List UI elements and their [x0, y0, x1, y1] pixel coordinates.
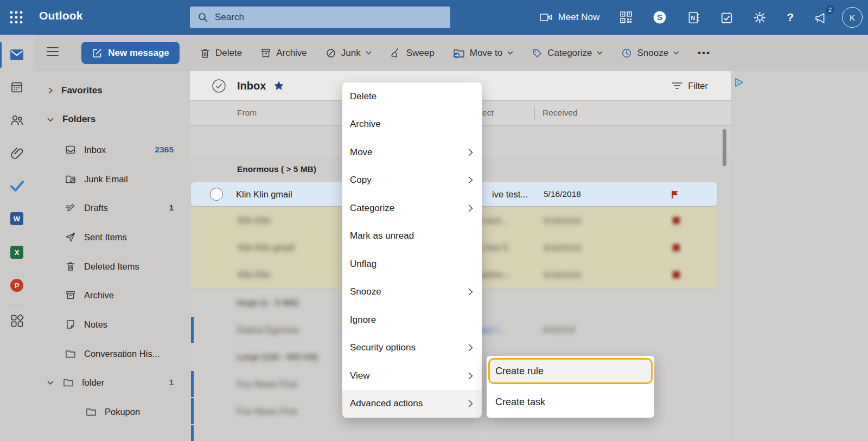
menu-security-options[interactable]: Security options — [342, 334, 482, 362]
submenu-create-rule[interactable]: Create rule — [488, 358, 653, 384]
chevron-right-icon — [468, 400, 473, 407]
rail-people[interactable] — [0, 107, 34, 133]
menu-view[interactable]: View — [342, 362, 482, 390]
toolbar-move-to[interactable]: Move to — [453, 48, 513, 59]
menu-copy[interactable]: Copy — [342, 167, 482, 195]
sidebar-item-pokupon[interactable]: Pokupon — [34, 400, 190, 423]
skype-icon: S — [653, 10, 667, 24]
mail-icon — [10, 49, 24, 61]
drafts-count: 1 — [169, 203, 174, 213]
note-icon — [65, 319, 76, 330]
block-icon — [326, 48, 336, 59]
sidebar-item-deleted[interactable]: Deleted Items — [34, 255, 190, 278]
folders-section[interactable]: Folders — [34, 108, 190, 131]
rail-divider — [9, 305, 25, 305]
menu-move[interactable]: Move — [342, 138, 482, 167]
rail-powerpoint[interactable]: P — [0, 272, 34, 298]
toolbar-archive[interactable]: Archive — [260, 48, 307, 59]
meet-now-button[interactable]: Meet Now — [533, 4, 607, 30]
conversation-history-label: Conversation His... — [84, 349, 159, 359]
row-received-blurred: 5/16/2018 — [544, 216, 581, 226]
rail-mail[interactable] — [0, 42, 34, 68]
toolbar-categorize[interactable]: Categorize — [532, 48, 603, 59]
row-from-blurred: Klin Klin — [238, 215, 271, 226]
create-task-label: Create task — [495, 397, 545, 408]
rail-todo[interactable] — [0, 172, 34, 199]
onenote-icon: N — [687, 11, 700, 24]
chevron-down-icon — [366, 51, 372, 55]
settings-button[interactable] — [747, 4, 773, 30]
rail-word[interactable]: W — [0, 206, 34, 232]
sidebar-item-conversation-history[interactable]: Conversation His... — [34, 342, 190, 365]
sidebar-item-drafts[interactable]: Drafts 1 — [34, 196, 190, 219]
chevron-down-icon — [673, 51, 679, 55]
email-row-partial[interactable] — [190, 425, 731, 441]
sidebar-item-archive[interactable]: Archive — [34, 284, 190, 306]
filter-label: Filter — [688, 81, 708, 91]
row-subject-fragment: ive test... — [492, 189, 528, 200]
onenote-button[interactable]: N — [681, 4, 706, 30]
row-from-blurred: Klin Klin — [238, 270, 271, 280]
filter-button[interactable]: Filter — [672, 81, 708, 91]
toolbar-junk[interactable]: Junk — [326, 48, 372, 59]
toolbar-delete[interactable]: Delete — [200, 48, 242, 59]
create-rule-label: Create rule — [495, 366, 544, 377]
feedback-button[interactable]: 2 — [808, 4, 834, 30]
skype-button[interactable]: S — [646, 4, 673, 30]
app-launcher-button[interactable] — [9, 10, 24, 25]
sidebar-item-folder[interactable]: folder 1 — [34, 371, 190, 394]
menu-ignore[interactable]: Ignore — [342, 306, 482, 334]
rail-calendar[interactable] — [0, 74, 34, 100]
row-received-blurred: 5/16/2018 — [544, 243, 581, 253]
menu-advanced-actions[interactable]: Advanced actions — [342, 390, 482, 418]
sidebar-item-inbox[interactable]: Inbox 2365 — [34, 138, 190, 161]
junk-folder-icon — [65, 174, 76, 184]
ad-choices-icon[interactable] — [733, 76, 745, 88]
move-folder-icon — [453, 48, 465, 59]
flag-icon[interactable] — [671, 190, 680, 199]
submenu-create-task[interactable]: Create task — [487, 388, 654, 416]
toolbar-overflow[interactable]: ••• — [698, 48, 711, 59]
column-received[interactable]: Received — [542, 108, 578, 118]
folder-icon — [86, 406, 97, 417]
flag-icon — [673, 244, 680, 251]
column-from[interactable]: From — [237, 108, 257, 118]
sidebar-item-notes[interactable]: Notes — [34, 313, 190, 336]
toolbar-sweep[interactable]: Sweep — [390, 48, 435, 59]
group-enormous-label: Enormous ( > 5 MB) — [237, 164, 316, 174]
collapse-pane-button[interactable] — [47, 47, 59, 59]
search-input[interactable]: Search — [190, 7, 450, 28]
menu-categorize-label: Categorize — [350, 203, 394, 214]
clock-icon — [621, 48, 632, 59]
chevron-right-icon — [48, 87, 53, 94]
drafts-label: Drafts — [84, 203, 108, 213]
rail-more-apps[interactable] — [0, 308, 34, 334]
favorites-section[interactable]: Favorites — [34, 79, 190, 102]
rail-files[interactable] — [0, 140, 34, 166]
qr-scan-button[interactable] — [614, 4, 639, 30]
menu-categorize[interactable]: Categorize — [342, 194, 482, 222]
people-icon — [10, 113, 24, 126]
list-scrollbar[interactable] — [723, 129, 726, 166]
menu-snooze[interactable]: Snooze — [342, 278, 482, 306]
new-message-button[interactable]: New message — [81, 42, 180, 64]
menu-archive[interactable]: Archive — [342, 111, 482, 139]
sidebar-item-sent[interactable]: Sent Items — [34, 226, 190, 248]
menu-delete[interactable]: Delete — [342, 82, 482, 111]
sidebar-item-junk[interactable]: Junk Email — [34, 168, 190, 190]
menu-mark-as-unread[interactable]: Mark as unread — [342, 222, 482, 251]
favorite-star-icon[interactable] — [273, 80, 284, 91]
menu-security-options-label: Security options — [350, 342, 416, 353]
menu-unflag[interactable]: Unflag — [342, 250, 482, 278]
row-checkbox[interactable] — [210, 188, 223, 201]
row-from-blurred: Klin Klin gmail — [238, 242, 295, 253]
top-app-bar: Outlook Search Meet Now — [0, 0, 868, 35]
select-all-button[interactable] — [212, 79, 226, 93]
toolbar-snooze[interactable]: Snooze — [621, 48, 679, 59]
help-button[interactable]: ? — [780, 4, 800, 30]
account-avatar[interactable]: K — [842, 7, 863, 28]
unread-bar — [191, 425, 194, 441]
todo-tasks-button[interactable] — [714, 4, 739, 30]
rail-excel[interactable]: X — [0, 239, 34, 265]
trash-icon — [200, 48, 210, 59]
